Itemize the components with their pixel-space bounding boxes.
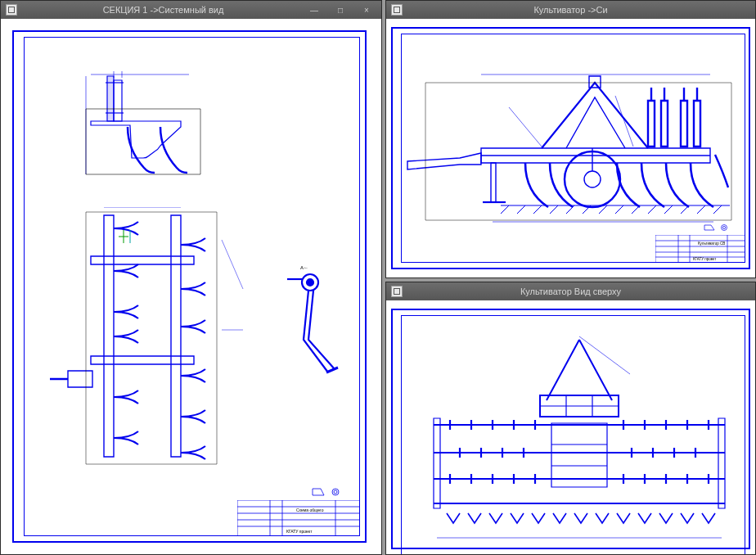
svg-line-37 [501,205,509,214]
svg-line-68 [509,107,542,147]
svg-rect-1 [114,80,122,121]
svg-rect-94 [718,418,725,508]
titlebar[interactable]: Культиватор ->Си [386,1,755,19]
document-icon [391,4,403,16]
window-title: Культиватор Вид сверху [386,287,755,296]
svg-rect-8 [86,109,200,174]
cad-window-section-1: СЕКЦИЯ 1 ->Системный вид — □ × [0,0,382,555]
drawing-bracket-side [83,68,222,183]
svg-rect-11 [91,256,194,264]
svg-text:А←: А← [300,265,308,270]
drawing-section-top-view [34,207,263,469]
svg-line-50 [713,205,722,214]
tblock-subtitle: Культиватор СВ [698,241,725,246]
window-title: Культиватор ->Си [386,5,755,15]
tblock-project: КГАТУ проект [286,529,313,534]
svg-line-24 [326,368,338,372]
document-icon [6,4,17,16]
svg-rect-15 [86,212,217,464]
tblock-subtitle: Схема общего [296,508,324,512]
svg-line-39 [533,205,542,214]
svg-point-80 [722,225,727,231]
drawing-canvas[interactable] [386,300,755,554]
drawing-lever-detail: А← [271,264,353,395]
drawing-canvas[interactable]: Культиватор СВ КГАТУ проект [386,19,755,278]
svg-line-69 [615,96,633,147]
drawing-canvas[interactable]: А← Схема общего КГАТУ проект [1,19,381,554]
projection-symbol-icon [703,223,736,232]
svg-rect-54 [648,101,655,147]
drawing-cultivator-side [403,50,738,230]
svg-line-49 [697,205,705,214]
minimize-button[interactable]: — [304,4,324,16]
svg-rect-55 [661,101,668,147]
svg-point-34 [332,489,339,495]
window-title: СЕКЦИЯ 1 ->Системный вид [103,5,224,15]
window-controls: — □ × [304,4,376,16]
svg-point-63 [584,171,601,187]
cad-window-cultivator-side: Культиватор ->Си [385,0,756,278]
svg-line-38 [517,205,525,214]
svg-rect-56 [681,101,687,147]
svg-line-17 [222,240,243,289]
svg-point-81 [722,226,725,228]
svg-line-44 [615,205,623,214]
title-block: Культиватор СВ КГАТУ проект [655,235,745,263]
projection-symbol-icon [311,487,349,497]
title-block: Схема общего КГАТУ проект [237,500,360,536]
svg-rect-10 [171,215,181,457]
svg-point-35 [334,490,337,494]
svg-rect-93 [434,418,440,508]
titlebar[interactable]: Культиватор Вид сверху [386,282,755,300]
svg-rect-13 [68,371,92,387]
svg-rect-9 [104,215,114,457]
svg-rect-65 [491,163,496,202]
svg-point-23 [307,279,313,286]
drawing-cultivator-top [417,333,740,546]
svg-line-46 [648,205,656,214]
tblock-project: КГАТУ проект [693,257,716,261]
svg-rect-57 [694,101,700,147]
svg-rect-12 [91,356,194,364]
svg-line-40 [550,205,558,214]
svg-line-47 [664,205,673,214]
close-button[interactable]: × [357,4,376,16]
titlebar[interactable]: СЕКЦИЯ 1 ->Системный вид — □ × [1,1,381,19]
svg-rect-86 [551,423,607,487]
maximize-button[interactable]: □ [331,4,350,16]
cad-window-cultivator-top: Культиватор Вид сверху [385,282,756,555]
document-icon [391,286,403,297]
